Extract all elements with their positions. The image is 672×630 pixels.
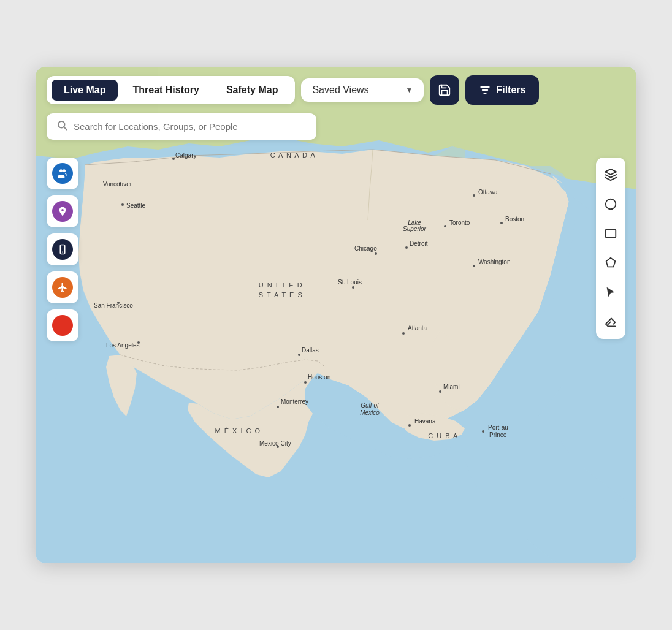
svg-text:Calgary: Calgary xyxy=(175,152,196,159)
svg-text:C A N A D A: C A N A D A xyxy=(270,151,316,159)
svg-text:Mexico: Mexico xyxy=(360,409,380,416)
filters-label: Filters xyxy=(496,85,525,96)
svg-text:San Francisco: San Francisco xyxy=(94,302,133,309)
tab-group: Live Map Threat History Safety Map xyxy=(47,76,295,104)
svg-point-10 xyxy=(405,246,408,249)
svg-point-62 xyxy=(606,199,616,210)
svg-text:Vancouver: Vancouver xyxy=(103,181,132,188)
svg-text:Washington: Washington xyxy=(478,259,510,265)
device-icon xyxy=(52,239,73,260)
svg-text:Miami: Miami xyxy=(443,384,460,390)
svg-point-14 xyxy=(500,222,503,224)
incident-button[interactable] xyxy=(47,309,78,341)
svg-text:Havana: Havana xyxy=(414,418,436,425)
svg-text:Boston: Boston xyxy=(505,216,524,222)
incident-icon xyxy=(52,315,73,336)
left-toolbar xyxy=(47,158,78,341)
svg-text:Prince: Prince xyxy=(489,431,507,438)
svg-point-11 xyxy=(402,332,405,335)
cursor-icon xyxy=(604,286,617,299)
svg-marker-61 xyxy=(605,169,616,175)
svg-line-55 xyxy=(64,127,66,129)
save-button[interactable] xyxy=(430,75,459,105)
tab-threat-history[interactable]: Threat History xyxy=(120,80,211,101)
rectangle-draw-icon xyxy=(604,227,617,240)
svg-text:Detroit: Detroit xyxy=(410,240,428,247)
svg-point-17 xyxy=(277,406,279,408)
saved-views-dropdown[interactable]: Saved Views ▼ xyxy=(301,78,424,102)
filters-button[interactable]: Filters xyxy=(465,75,539,105)
tab-safety-map[interactable]: Safety Map xyxy=(214,80,290,101)
svg-text:Toronto: Toronto xyxy=(449,219,470,226)
svg-point-16 xyxy=(444,225,446,227)
svg-text:S T A T E S: S T A T E S xyxy=(259,291,304,298)
svg-text:Chicago: Chicago xyxy=(354,245,377,252)
search-icon xyxy=(56,120,67,134)
people-layer-button[interactable] xyxy=(47,158,78,189)
svg-point-3 xyxy=(121,203,124,206)
svg-point-19 xyxy=(408,424,411,427)
svg-text:Gulf of: Gulf of xyxy=(361,402,380,409)
circle-draw-icon xyxy=(604,197,617,211)
search-input[interactable] xyxy=(74,121,307,132)
svg-text:C U B A: C U B A xyxy=(428,432,459,439)
eraser-icon xyxy=(604,315,617,328)
svg-text:Seattle: Seattle xyxy=(126,202,146,209)
svg-point-15 xyxy=(473,194,475,197)
tab-live-map[interactable]: Live Map xyxy=(52,80,118,101)
svg-point-58 xyxy=(61,209,64,211)
cursor-button[interactable] xyxy=(596,278,625,307)
filters-icon xyxy=(479,84,491,96)
saved-views-label: Saved Views xyxy=(312,85,368,96)
alert-pin-button[interactable] xyxy=(47,195,78,227)
svg-text:St. Louis: St. Louis xyxy=(338,279,362,286)
svg-text:Ottawa: Ottawa xyxy=(478,189,498,195)
app-container: Calgary Vancouver Seattle San Francisco … xyxy=(36,67,636,563)
travel-button[interactable] xyxy=(47,271,78,303)
svg-point-56 xyxy=(59,169,63,172)
right-toolbar xyxy=(596,158,625,339)
map-background: Calgary Vancouver Seattle San Francisco … xyxy=(36,67,636,563)
svg-marker-64 xyxy=(606,258,616,267)
save-icon xyxy=(438,83,451,97)
svg-point-1 xyxy=(172,158,175,160)
svg-point-12 xyxy=(439,390,441,393)
svg-text:M É X I C O: M É X I C O xyxy=(215,427,261,435)
svg-point-8 xyxy=(352,286,354,289)
svg-point-20 xyxy=(482,430,484,433)
polygon-draw-button[interactable] xyxy=(596,248,625,278)
svg-text:Monterrey: Monterrey xyxy=(281,398,308,405)
svg-point-13 xyxy=(473,265,475,267)
svg-text:Port-au-: Port-au- xyxy=(488,424,510,431)
eraser-button[interactable] xyxy=(596,307,625,336)
search-bar xyxy=(47,113,316,140)
svg-rect-63 xyxy=(606,230,616,238)
chevron-down-icon: ▼ xyxy=(406,86,413,94)
svg-text:Houston: Houston xyxy=(308,374,330,381)
polygon-draw-icon xyxy=(604,256,617,270)
people-icon xyxy=(52,163,73,184)
circle-draw-button[interactable] xyxy=(596,189,625,219)
svg-point-6 xyxy=(298,354,300,356)
svg-text:Los Angeles: Los Angeles xyxy=(106,342,140,349)
svg-point-7 xyxy=(304,381,307,384)
map-svg: Calgary Vancouver Seattle San Francisco … xyxy=(36,67,636,563)
svg-text:Atlanta: Atlanta xyxy=(408,325,427,332)
svg-point-57 xyxy=(63,169,66,172)
svg-point-9 xyxy=(375,252,377,255)
rectangle-draw-button[interactable] xyxy=(596,219,625,248)
alert-pin-icon xyxy=(52,201,73,222)
top-bar: Live Map Threat History Safety Map Saved… xyxy=(36,67,636,113)
layers-button[interactable] xyxy=(596,160,625,189)
travel-icon xyxy=(52,277,73,298)
svg-text:Superior: Superior xyxy=(403,226,426,232)
svg-text:Dallas: Dallas xyxy=(302,347,319,354)
device-button[interactable] xyxy=(47,233,78,265)
layers-icon xyxy=(604,168,617,181)
svg-text:U N I T E D: U N I T E D xyxy=(259,281,303,289)
svg-text:Mexico City: Mexico City xyxy=(259,440,291,447)
